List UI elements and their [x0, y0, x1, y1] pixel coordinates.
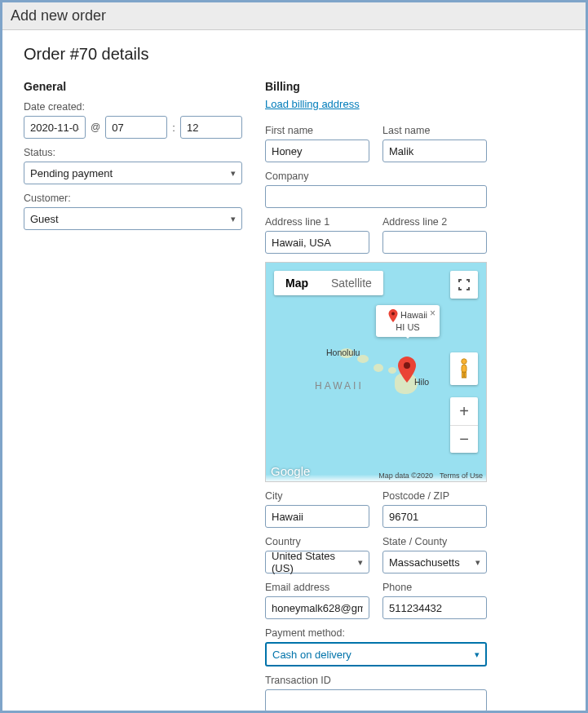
city-input[interactable] — [265, 505, 369, 528]
map-info-title: Hawaii — [400, 310, 427, 320]
map-label-hilo: Hilo — [414, 377, 429, 387]
svg-rect-4 — [462, 372, 464, 378]
svg-rect-5 — [465, 372, 466, 378]
first-name-input[interactable] — [265, 140, 369, 162]
country-label: Country — [265, 536, 369, 547]
map-marker-icon[interactable] — [398, 356, 416, 385]
city-label: City — [265, 490, 369, 502]
postcode-input[interactable] — [382, 505, 487, 528]
state-value: Massachusetts — [389, 556, 460, 569]
customer-label: Customer: — [24, 193, 242, 204]
first-name-label: First name — [265, 125, 369, 136]
billing-heading: Billing — [265, 80, 487, 93]
pegman-icon[interactable] — [450, 352, 478, 385]
fullscreen-icon[interactable] — [450, 271, 478, 299]
billing-section: Billing Load billing address First name … — [265, 80, 487, 711]
chevron-down-icon: ▾ — [475, 557, 480, 568]
chevron-down-icon: ▾ — [231, 168, 236, 179]
address1-input[interactable] — [265, 231, 369, 254]
svg-point-0 — [404, 362, 410, 369]
general-section: General Date created: @ : Status: Pendin… — [24, 80, 242, 230]
date-created-hour-input[interactable] — [105, 116, 167, 139]
date-at-symbol: @ — [91, 122, 100, 133]
zoom-out-button[interactable]: − — [450, 425, 478, 453]
date-created-minute-input[interactable] — [180, 116, 242, 139]
state-select[interactable]: Massachusetts ▾ — [382, 551, 487, 574]
map-tab-map[interactable]: Map — [274, 271, 320, 295]
phone-label: Phone — [382, 582, 487, 593]
map-footer: Map data ©2020 Terms of Use — [266, 470, 486, 481]
state-label: State / County — [382, 536, 487, 547]
load-billing-link[interactable]: Load billing address — [265, 98, 360, 110]
payment-method-label: Payment method: — [265, 627, 487, 639]
last-name-label: Last name — [382, 125, 487, 136]
chevron-down-icon: ▾ — [358, 557, 363, 568]
transaction-id-input[interactable] — [265, 689, 487, 711]
map-info-window: × Hawaii HI US — [376, 305, 440, 337]
country-value: United States (US) — [272, 550, 358, 574]
address2-input[interactable] — [382, 231, 487, 254]
customer-value: Guest — [30, 213, 59, 225]
status-label: Status: — [24, 147, 242, 158]
content-area: Order #70 details General Date created: … — [2, 30, 586, 711]
map-terms-link[interactable]: Terms of Use — [440, 472, 483, 480]
map-island — [388, 367, 396, 374]
zoom-in-button[interactable]: + — [450, 397, 478, 425]
chevron-down-icon: ▾ — [475, 649, 480, 660]
email-label: Email address — [265, 582, 369, 593]
payment-method-select[interactable]: Cash on delivery ▾ — [265, 642, 487, 666]
window: Add new order Order #70 details General … — [0, 0, 588, 713]
payment-method-value: Cash on delivery — [272, 649, 351, 661]
customer-select[interactable]: Guest ▾ — [24, 207, 242, 230]
map-label-hawaii: HAWAII — [315, 380, 364, 392]
status-select[interactable]: Pending payment ▾ — [24, 162, 242, 184]
general-heading: General — [24, 80, 242, 93]
status-value: Pending payment — [30, 167, 113, 179]
window-title: Add new order — [2, 2, 586, 30]
page-title: Order #70 details — [24, 45, 564, 64]
map-tab-satellite[interactable]: Satellite — [320, 271, 383, 295]
svg-point-1 — [391, 312, 395, 316]
date-created-date-input[interactable] — [24, 116, 86, 139]
country-select[interactable]: United States (US) ▾ — [265, 551, 369, 574]
map-info-sub: HI US — [396, 322, 419, 332]
date-created-label: Date created: — [24, 101, 242, 113]
postcode-label: Postcode / ZIP — [382, 490, 487, 502]
chevron-down-icon: ▾ — [231, 214, 236, 224]
map-type-control: Map Satellite — [274, 271, 383, 295]
map-label-honolulu: Honolulu — [326, 348, 360, 357]
close-icon[interactable]: × — [430, 308, 435, 319]
company-label: Company — [265, 170, 487, 182]
map-zoom-control: + − — [450, 397, 478, 453]
colon: : — [172, 122, 175, 134]
address1-label: Address line 1 — [265, 216, 369, 228]
email-input[interactable] — [265, 596, 369, 619]
address2-label: Address line 2 — [382, 216, 487, 228]
company-input[interactable] — [265, 185, 487, 208]
map-island — [374, 364, 383, 372]
phone-input[interactable] — [382, 596, 487, 619]
last-name-input[interactable] — [382, 140, 487, 162]
svg-point-2 — [462, 359, 466, 364]
map-attribution: Map data ©2020 — [378, 472, 433, 480]
billing-map[interactable]: Honolulu Hilo HAWAII × Hawaii HI US Map — [265, 262, 487, 482]
transaction-id-label: Transaction ID — [265, 675, 487, 686]
